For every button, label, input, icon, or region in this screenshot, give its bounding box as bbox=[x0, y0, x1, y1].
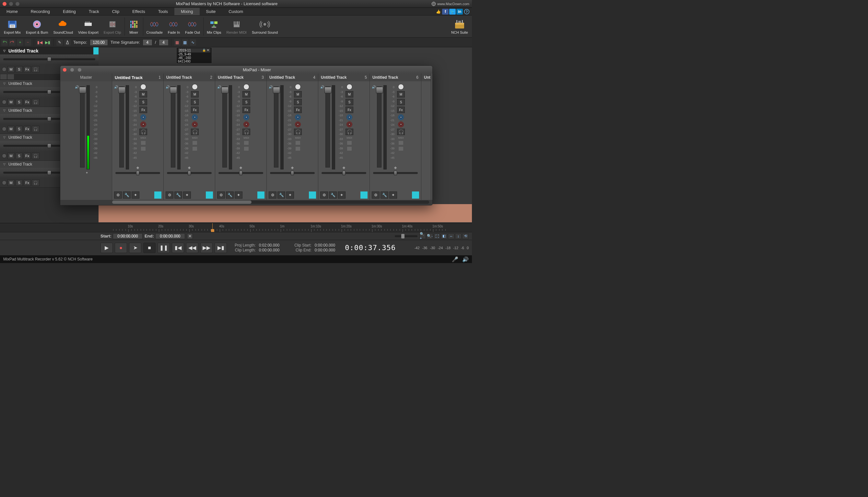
mixer-min-button[interactable] bbox=[70, 68, 74, 72]
sparkle-icon[interactable]: ✦ bbox=[286, 191, 294, 199]
track-color-dot[interactable] bbox=[2, 154, 6, 158]
timesig-num-input[interactable] bbox=[143, 39, 152, 46]
solo-button[interactable]: S bbox=[16, 126, 23, 132]
timesig-den-input[interactable] bbox=[159, 39, 169, 46]
routing-icon[interactable]: ⚙ bbox=[217, 191, 225, 199]
sparkle-icon[interactable]: ✦ bbox=[235, 191, 242, 199]
midi-slot-a[interactable] bbox=[244, 141, 249, 145]
channel-fader[interactable] bbox=[171, 86, 176, 168]
undo-icon[interactable] bbox=[1, 39, 8, 46]
solo-button[interactable]: S bbox=[16, 66, 23, 73]
arm-record-button[interactable]: • bbox=[295, 122, 301, 127]
channel-dot[interactable] bbox=[140, 84, 146, 90]
pan-thumb[interactable] bbox=[47, 170, 51, 175]
monitor-button[interactable]: • bbox=[347, 114, 352, 120]
wrench-icon[interactable]: 🔧 bbox=[278, 191, 285, 199]
snap-icon[interactable]: ▦ bbox=[174, 39, 181, 46]
headphones-icon[interactable]: 🎧 bbox=[346, 129, 353, 135]
pause-button[interactable]: ❚❚ bbox=[157, 243, 170, 253]
headphones-icon[interactable]: 🎧 bbox=[294, 129, 302, 135]
fx-button[interactable]: Fx bbox=[139, 106, 147, 113]
solo-button[interactable]: S bbox=[294, 99, 302, 105]
marker-prev-icon[interactable]: ▮◀ bbox=[37, 39, 43, 46]
tab-home[interactable]: Home bbox=[0, 8, 24, 15]
tab-effects[interactable]: Effects bbox=[126, 8, 152, 15]
channel-header[interactable]: Untitled Track6 bbox=[370, 73, 421, 81]
mixer-hscrollbar[interactable] bbox=[112, 201, 429, 204]
fx-button[interactable]: Fx bbox=[24, 126, 31, 132]
mute-button[interactable]: M bbox=[8, 180, 15, 186]
track-header[interactable]: ▽ Untitled Track bbox=[0, 47, 99, 54]
end-time-input[interactable] bbox=[155, 233, 185, 239]
routing-icon[interactable]: ⚙ bbox=[372, 191, 380, 199]
channel-dot[interactable] bbox=[192, 84, 198, 90]
tab-recording[interactable]: Recording bbox=[24, 8, 56, 15]
fx-button[interactable]: Fx bbox=[24, 180, 31, 186]
zoom-in-icon[interactable]: 🔍+ bbox=[419, 233, 426, 239]
mute-button[interactable]: M bbox=[139, 91, 147, 98]
forward-button[interactable]: ▶▶ bbox=[200, 243, 213, 253]
headphones-icon[interactable]: 🎧 bbox=[32, 153, 40, 159]
mute-button[interactable]: M bbox=[8, 99, 15, 105]
midi-slot-b[interactable] bbox=[347, 147, 352, 151]
midi-slot-a[interactable] bbox=[347, 141, 352, 145]
mixer-max-button[interactable] bbox=[78, 68, 81, 72]
fx-button[interactable]: Fx bbox=[397, 106, 405, 113]
mute-button[interactable]: M bbox=[242, 91, 250, 98]
solo-button[interactable]: S bbox=[16, 180, 23, 186]
channel-fader[interactable] bbox=[377, 86, 381, 168]
soundcloud-button[interactable]: SoundCloud bbox=[51, 16, 75, 37]
headphones-icon[interactable]: 🎧 bbox=[139, 129, 147, 135]
twitter-icon[interactable]: 🐦 bbox=[449, 9, 456, 15]
solo-button[interactable]: S bbox=[16, 99, 23, 105]
clear-selection-button[interactable]: ✕ bbox=[187, 233, 193, 239]
marker-next-icon[interactable]: ▶▮ bbox=[44, 39, 51, 46]
minimize-window-button[interactable] bbox=[9, 2, 13, 6]
stop-button[interactable]: ■ bbox=[143, 243, 156, 253]
fade-in-button[interactable]: Fade In bbox=[165, 16, 182, 37]
mute-button[interactable]: M bbox=[346, 91, 353, 98]
midi-slot-a[interactable] bbox=[193, 141, 197, 145]
arm-record-button[interactable]: • bbox=[347, 122, 352, 127]
chevron-down-icon[interactable]: ▽ bbox=[2, 48, 6, 53]
tab-mixing[interactable]: Mixing bbox=[174, 8, 200, 15]
chevron-down-icon[interactable]: ▽ bbox=[2, 81, 6, 86]
record-button[interactable]: ● bbox=[115, 243, 127, 253]
routing-icon[interactable]: ⚙ bbox=[114, 191, 122, 199]
add-track-icon[interactable]: ＋ bbox=[17, 39, 23, 46]
zoom-slider[interactable] bbox=[395, 235, 418, 237]
arm-record-button[interactable]: • bbox=[243, 122, 249, 127]
export-burn-button[interactable]: Export & Burn bbox=[23, 16, 51, 37]
zoom-out-icon[interactable]: 🔍- bbox=[426, 233, 433, 239]
track-color-dot[interactable] bbox=[2, 100, 6, 104]
headphones-icon[interactable]: 🎧 bbox=[32, 180, 40, 186]
solo-button[interactable]: S bbox=[191, 99, 199, 105]
track-color-dot[interactable] bbox=[2, 181, 6, 185]
fx-button[interactable]: Fx bbox=[294, 106, 302, 113]
fx-button[interactable]: Fx bbox=[346, 106, 353, 113]
headphones-icon[interactable]: 🎧 bbox=[32, 99, 40, 105]
monitor-button[interactable]: • bbox=[295, 114, 301, 120]
mixer-button[interactable]: Mixer bbox=[125, 16, 142, 37]
channel-header[interactable]: Untitled Track1 bbox=[112, 73, 163, 81]
channel-pan[interactable] bbox=[115, 172, 160, 174]
fade-out-button[interactable]: Fade Out bbox=[182, 16, 202, 37]
channel-fader[interactable] bbox=[325, 86, 330, 168]
channel-pan[interactable] bbox=[270, 172, 315, 174]
timeline-ruler[interactable]: 10s20s30s40s50s1m1m:10s1m:20s1m:30s1m:40… bbox=[0, 223, 472, 232]
mute-button[interactable]: M bbox=[8, 66, 15, 73]
pan-thumb[interactable] bbox=[47, 57, 51, 61]
mute-button[interactable]: M bbox=[191, 91, 199, 98]
channel-dot[interactable] bbox=[398, 84, 404, 90]
routing-icon[interactable]: ⚙ bbox=[269, 191, 277, 199]
channel-header[interactable]: Untitled Track4 bbox=[267, 73, 318, 81]
monitor-button[interactable]: • bbox=[192, 114, 198, 120]
monitor-button[interactable]: • bbox=[398, 114, 404, 120]
fx-button[interactable]: Fx bbox=[24, 66, 31, 73]
midi-slot-a[interactable] bbox=[141, 141, 145, 145]
headphones-icon[interactable]: 🎧 bbox=[397, 129, 405, 135]
surround-sound-button[interactable]: Surround Sound bbox=[249, 16, 280, 37]
chevron-down-icon[interactable]: ▽ bbox=[2, 135, 6, 140]
skip-start-button[interactable]: ▮◀ bbox=[172, 243, 184, 253]
site-link[interactable]: www.MacDown.com bbox=[431, 2, 469, 6]
